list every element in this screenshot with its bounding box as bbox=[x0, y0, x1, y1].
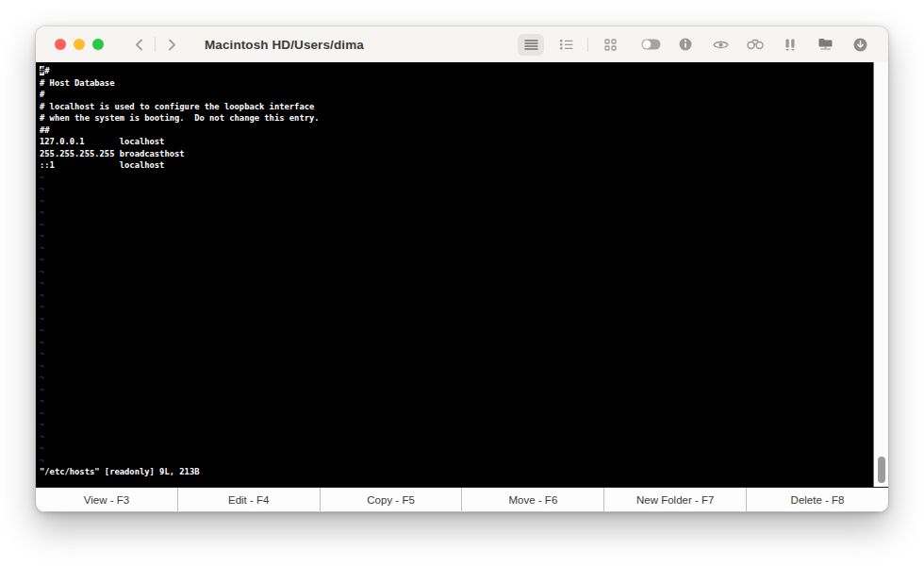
terminal-line: ~ bbox=[40, 442, 873, 455]
chevron-left-icon bbox=[135, 39, 143, 51]
toggle-button[interactable] bbox=[637, 34, 664, 56]
terminal-line: ~ bbox=[40, 431, 873, 443]
close-button[interactable] bbox=[55, 39, 66, 50]
terminal-line: # bbox=[40, 89, 873, 101]
navigation-controls bbox=[126, 33, 184, 56]
terminal-line: ~ bbox=[40, 313, 873, 325]
terminal-line: ~ bbox=[40, 183, 873, 195]
terminal-line: ~ bbox=[40, 230, 873, 242]
download-button[interactable] bbox=[847, 34, 873, 56]
terminal-line: ~ bbox=[40, 301, 873, 313]
terminal-line: ~ bbox=[40, 254, 873, 266]
terminal-line: ~ bbox=[40, 266, 873, 278]
search-button[interactable] bbox=[742, 34, 768, 56]
terminal-line: ~ bbox=[40, 290, 873, 302]
terminal-line: ~ bbox=[40, 395, 873, 408]
panels-icon bbox=[784, 39, 796, 51]
terminal-line: ~ bbox=[40, 242, 873, 255]
vim-status-line: "/etc/hosts" [readonly] 9L, 213B bbox=[40, 466, 873, 478]
terminal-line: ~ bbox=[40, 219, 873, 231]
grid-view-icon bbox=[604, 39, 617, 51]
terminal-line: ::1 localhost bbox=[40, 159, 873, 172]
terminal-line: ~ bbox=[40, 195, 873, 208]
terminal-line: ## bbox=[40, 65, 873, 77]
panels-button[interactable] bbox=[777, 34, 803, 56]
function-key-bar: View - F3 Edit - F4 Copy - F5 Move - F6 … bbox=[36, 487, 888, 512]
list-view-icon bbox=[524, 39, 538, 51]
new-folder-f7-button[interactable]: New Folder - F7 bbox=[604, 488, 747, 512]
terminal-line: ~ bbox=[40, 419, 873, 431]
edit-f4-button[interactable]: Edit - F4 bbox=[178, 488, 321, 512]
scrollbar-thumb[interactable] bbox=[878, 457, 885, 483]
traffic-lights bbox=[55, 39, 104, 50]
shared-folder-icon bbox=[817, 38, 833, 51]
zoom-button[interactable] bbox=[92, 39, 104, 50]
terminal-line: # localhost is used to configure the loo… bbox=[40, 101, 873, 113]
terminal-line: 127.0.0.1 localhost bbox=[40, 136, 873, 148]
terminal-line: ~ bbox=[40, 348, 873, 360]
toolbar bbox=[518, 34, 873, 56]
terminal-line: ~ bbox=[40, 207, 873, 219]
terminal-line: ~ bbox=[40, 384, 873, 396]
toolbar-divider bbox=[587, 38, 588, 52]
terminal-line: # Host Database bbox=[40, 77, 873, 90]
terminal-line: 255.255.255.255 broadcasthost bbox=[40, 148, 873, 160]
grid-view-button[interactable] bbox=[597, 34, 623, 56]
eye-icon bbox=[713, 40, 729, 50]
terminal-line: ~ bbox=[40, 172, 873, 184]
copy-f5-button[interactable]: Copy - F5 bbox=[321, 488, 463, 512]
terminal-line: # when the system is booting. Do not cha… bbox=[40, 112, 873, 125]
delete-f8-button[interactable]: Delete - F8 bbox=[747, 488, 888, 512]
terminal-line: ~ bbox=[40, 372, 873, 384]
terminal-line: ~ bbox=[40, 360, 873, 373]
network-share-button[interactable] bbox=[812, 34, 838, 56]
terminal-line: ~ bbox=[40, 455, 873, 467]
list-view-button[interactable] bbox=[518, 34, 544, 56]
info-icon bbox=[679, 38, 692, 51]
toggle-icon bbox=[641, 39, 661, 50]
chevron-right-icon bbox=[168, 39, 176, 51]
back-button[interactable] bbox=[126, 33, 151, 56]
move-f6-button[interactable]: Move - F6 bbox=[462, 488, 604, 512]
detail-list-view-icon bbox=[559, 39, 573, 50]
view-f3-button[interactable]: View - F3 bbox=[36, 488, 178, 512]
preview-button[interactable] bbox=[707, 34, 734, 56]
title-bar: Macintosh HD/Users/dima bbox=[36, 26, 888, 62]
terminal-line: ~ bbox=[40, 277, 873, 290]
terminal-line: ## bbox=[40, 125, 873, 137]
viewer-pane: ### Host Database## localhost is used to… bbox=[36, 62, 888, 487]
file-manager-window: Macintosh HD/Users/dima bbox=[36, 26, 888, 512]
terminal-line: ~ bbox=[40, 337, 873, 349]
terminal-text[interactable]: ### Host Database## localhost is used to… bbox=[36, 62, 873, 487]
forward-button[interactable] bbox=[159, 33, 184, 56]
scrollbar[interactable] bbox=[873, 62, 888, 487]
window-title: Macintosh HD/Users/dima bbox=[205, 38, 364, 52]
binoculars-icon bbox=[747, 39, 764, 50]
terminal-cursor: # bbox=[40, 66, 44, 75]
terminal-line: ~ bbox=[40, 325, 873, 337]
nav-divider bbox=[155, 37, 156, 52]
terminal-line: ~ bbox=[40, 408, 873, 420]
detail-list-view-button[interactable] bbox=[553, 34, 579, 56]
info-button[interactable] bbox=[672, 34, 699, 56]
download-icon bbox=[853, 38, 867, 52]
minimize-button[interactable] bbox=[74, 39, 85, 50]
